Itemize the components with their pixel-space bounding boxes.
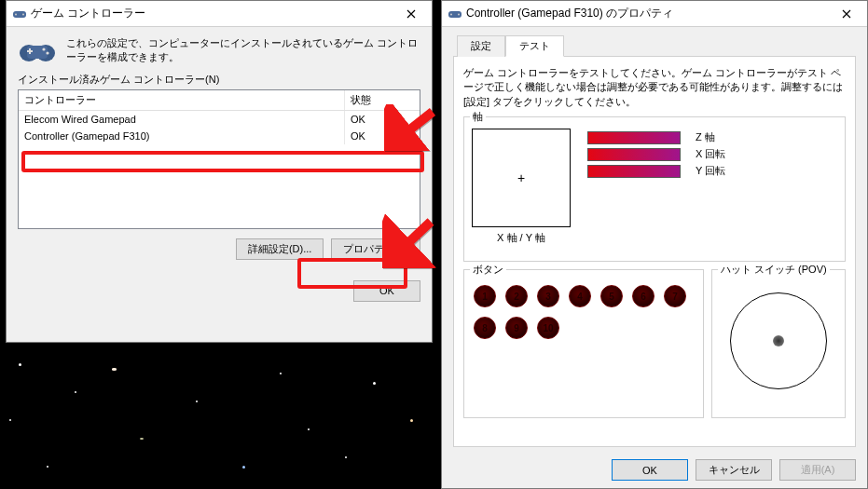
pov-indicator <box>730 292 827 389</box>
group-label: 軸 <box>470 110 486 124</box>
tab-test[interactable]: テスト <box>505 35 564 57</box>
group-label: ハット スイッチ (POV) <box>718 263 830 277</box>
axes-group: 軸 + X 軸 / Y 軸 Z 軸 <box>463 116 846 262</box>
ok-button[interactable]: OK <box>612 459 688 481</box>
gamepad-button-indicator: 4 <box>569 285 591 307</box>
close-button[interactable] <box>393 3 430 25</box>
titlebar[interactable]: Controller (Gamepad F310) のプロパティ <box>442 1 867 27</box>
titlebar[interactable]: ゲーム コントローラー <box>7 1 432 27</box>
gamepad-button-indicator: 7 <box>664 285 686 307</box>
controller-status: OK <box>345 111 420 128</box>
gamepad-icon <box>448 7 462 21</box>
crosshair-icon: + <box>517 170 525 185</box>
svg-point-14 <box>458 13 460 15</box>
svg-point-1 <box>15 13 17 15</box>
controller-status: OK <box>345 128 420 144</box>
tab-settings[interactable]: 設定 <box>457 35 505 57</box>
gamepad-icon <box>18 36 57 64</box>
dialog-title: ゲーム コントローラー <box>31 6 393 21</box>
gamepad-icon <box>12 7 27 21</box>
list-label: インストール済みゲーム コントローラー(N) <box>18 73 420 87</box>
list-header: コントローラー 状態 <box>19 90 420 111</box>
apply-button[interactable]: 適用(A) <box>779 459 856 481</box>
axis-label: Z 軸 <box>696 130 715 144</box>
controller-name: Controller (Gamepad F310) <box>19 128 345 144</box>
pov-group: ハット スイッチ (POV) <box>711 269 846 418</box>
axis-label: Y 回転 <box>696 164 725 178</box>
pov-dot <box>773 335 784 346</box>
controller-list[interactable]: コントローラー 状態 Elecom Wired Gamepad OK Contr… <box>18 89 420 229</box>
controller-name: Elecom Wired Gamepad <box>19 111 345 128</box>
axis-bar-xrot <box>587 148 681 161</box>
svg-point-9 <box>46 51 48 54</box>
svg-rect-7 <box>29 48 31 54</box>
header-controller[interactable]: コントローラー <box>19 90 345 110</box>
test-instructions: ゲーム コントローラーをテストしてください。ゲーム コントローラーがテスト ペー… <box>463 66 846 109</box>
gamepad-button-indicator: 5 <box>600 285 623 307</box>
buttons-group: ボタン 12345678910 <box>463 269 704 418</box>
gamepad-button-indicator: 10 <box>537 317 559 339</box>
xy-axis-box: + <box>472 129 571 227</box>
list-item[interactable]: Controller (Gamepad F310) OK <box>19 128 420 144</box>
controller-properties-dialog: Controller (Gamepad F310) のプロパティ 設定 テスト … <box>441 0 868 489</box>
properties-button[interactable]: プロパティ(P) <box>331 238 420 260</box>
intro-text: これらの設定で、コンピューターにインストールされているゲーム コントローラーを構… <box>66 36 420 65</box>
list-item[interactable]: Elecom Wired Gamepad OK <box>19 111 420 128</box>
dialog-title: Controller (Gamepad F310) のプロパティ <box>466 6 828 21</box>
close-icon <box>842 9 851 19</box>
cancel-button[interactable]: キャンセル <box>696 459 772 481</box>
axis-label: X 回転 <box>696 147 725 161</box>
gamepad-button-indicator: 3 <box>537 285 559 307</box>
gamepad-button-indicator: 8 <box>474 317 496 339</box>
header-status[interactable]: 状態 <box>345 90 420 110</box>
xy-caption: X 軸 / Y 軸 <box>472 231 571 245</box>
gamepad-button-indicator: 1 <box>474 285 496 307</box>
axis-bar-z <box>587 131 681 144</box>
tab-page-test: ゲーム コントローラーをテストしてください。ゲーム コントローラーがテスト ペー… <box>453 56 856 447</box>
close-icon <box>406 9 416 19</box>
axis-bar-yrot <box>587 165 681 178</box>
gamepad-button-indicator: 9 <box>505 317 528 339</box>
advanced-button[interactable]: 詳細設定(D)... <box>236 238 324 260</box>
svg-point-8 <box>42 48 45 50</box>
group-label: ボタン <box>470 263 506 277</box>
gamepad-button-indicator: 6 <box>632 285 654 307</box>
gamepad-button-indicator: 2 <box>505 285 528 307</box>
ok-button[interactable]: OK <box>353 280 420 302</box>
svg-point-2 <box>22 13 24 15</box>
game-controllers-dialog: ゲーム コントローラー これらの設定で、コンピューターにインストールされているゲ… <box>6 0 433 343</box>
svg-point-13 <box>450 13 452 15</box>
close-button[interactable] <box>828 3 865 25</box>
